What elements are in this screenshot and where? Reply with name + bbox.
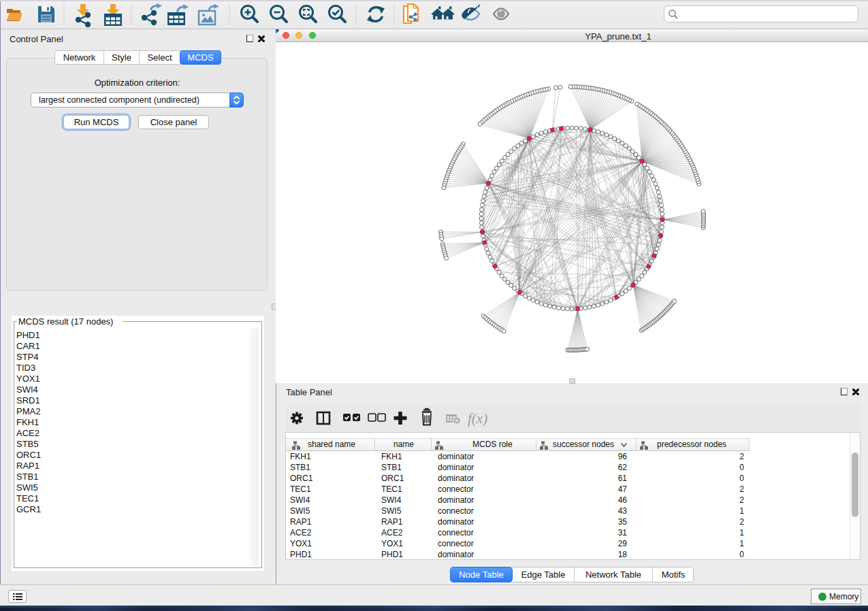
svg-text:f(x): f(x) bbox=[468, 410, 487, 427]
